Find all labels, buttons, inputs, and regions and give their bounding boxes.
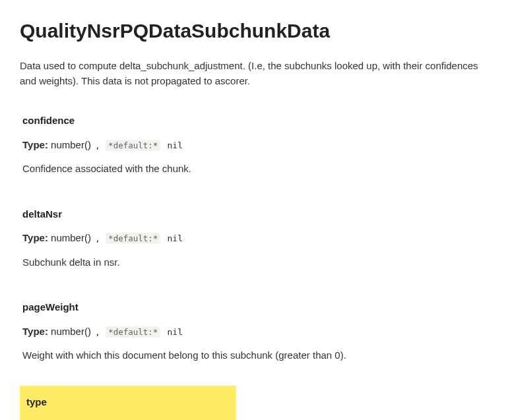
comma: , <box>95 233 100 243</box>
type-value: number() <box>51 139 91 150</box>
nil-value: nil <box>168 233 183 243</box>
field-type: type Type: String.t , *default:* nil Typ… <box>24 392 227 421</box>
nil-value: nil <box>168 140 183 150</box>
nil-value: nil <box>168 327 183 337</box>
field-name: pageWeight <box>22 300 486 315</box>
field-name: confidence <box>22 113 486 129</box>
type-label: Type: <box>22 232 48 243</box>
page-title: QualityNsrPQDataSubchunkData <box>20 16 488 45</box>
field-confidence: confidence Type: number() , *default:* n… <box>20 104 488 193</box>
field-name: deltaNsr <box>22 207 486 222</box>
default-tag: *default:* <box>106 233 160 244</box>
type-line: Type: number() , *default:* nil <box>22 231 486 246</box>
intro-text: Data used to compute delta_subchunk_adju… <box>20 59 482 88</box>
field-name: type <box>26 395 224 410</box>
type-line: Type: number() , *default:* nil <box>22 138 486 153</box>
type-label: Type: <box>22 326 48 337</box>
default-tag: *default:* <box>106 140 160 151</box>
comma: , <box>95 140 100 150</box>
field-desc: Subchunk delta in nsr. <box>22 255 486 270</box>
type-value: number() <box>51 326 91 337</box>
field-deltansr: deltaNsr Type: number() , *default:* nil… <box>20 198 488 286</box>
type-label: Type: <box>22 139 48 150</box>
field-desc: Weight with which this document belong t… <box>22 348 486 363</box>
type-value: number() <box>51 232 91 243</box>
field-pageweight: pageWeight Type: number() , *default:* n… <box>20 291 488 379</box>
field-desc: Confidence associated with the chunk. <box>22 162 486 177</box>
highlight-region: type Type: String.t , *default:* nil Typ… <box>20 386 236 421</box>
comma: , <box>95 327 100 337</box>
default-tag: *default:* <box>106 326 160 338</box>
type-line: Type: number() , *default:* nil <box>22 324 486 340</box>
